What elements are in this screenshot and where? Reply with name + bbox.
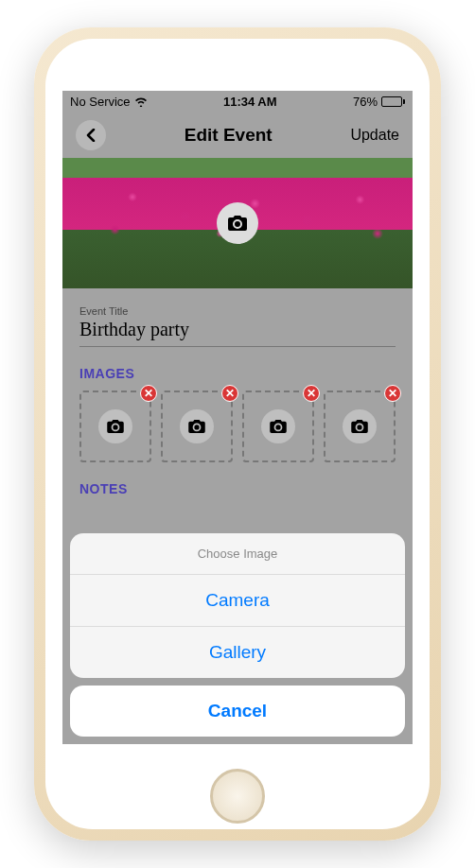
status-time: 11:34 AM: [223, 95, 277, 109]
event-title-label: Event Title: [79, 305, 396, 317]
battery-percent: 76%: [353, 95, 378, 109]
page-title: Edit Event: [185, 125, 273, 146]
event-title-input[interactable]: Birthday party: [79, 319, 396, 347]
notes-section-label: NOTES: [79, 481, 396, 496]
camera-icon: [261, 409, 295, 443]
home-button[interactable]: [210, 769, 265, 824]
camera-icon: [180, 409, 214, 443]
status-bar: No Service 11:34 AM 76%: [62, 91, 413, 113]
cancel-button[interactable]: Cancel: [70, 686, 405, 737]
phone-inner: No Service 11:34 AM 76%: [45, 39, 430, 829]
images-section-label: IMAGES: [79, 366, 396, 381]
remove-image-button[interactable]: ✕: [221, 385, 238, 402]
chevron-left-icon: [85, 129, 97, 142]
update-button[interactable]: Update: [350, 127, 399, 144]
status-left: No Service: [70, 95, 148, 109]
image-slot[interactable]: ✕: [242, 391, 314, 462]
gallery-option[interactable]: Gallery: [70, 626, 405, 678]
screen: No Service 11:34 AM 76%: [62, 91, 413, 744]
camera-icon: [343, 409, 377, 443]
battery-icon: [381, 96, 405, 107]
image-slot[interactable]: ✕: [161, 391, 233, 462]
remove-image-button[interactable]: ✕: [140, 385, 157, 402]
status-right: 76%: [353, 95, 405, 109]
nav-bar: Edit Event Update: [62, 113, 413, 158]
action-sheet-group: Choose Image Camera Gallery: [70, 533, 405, 678]
wifi-icon: [134, 96, 148, 107]
action-sheet: Choose Image Camera Gallery Cancel: [62, 526, 413, 744]
back-button[interactable]: [76, 120, 106, 150]
remove-image-button[interactable]: ✕: [303, 385, 320, 402]
image-slot[interactable]: ✕: [79, 391, 151, 462]
form-section: Event Title Birthday party IMAGES ✕ ✕: [62, 288, 413, 523]
images-row: ✕ ✕ ✕: [79, 391, 396, 462]
camera-icon: [98, 409, 132, 443]
action-sheet-title: Choose Image: [70, 533, 405, 574]
image-slot[interactable]: ✕: [324, 391, 396, 462]
camera-icon: [228, 216, 247, 231]
phone-frame: No Service 11:34 AM 76%: [34, 27, 441, 841]
hero-image: [62, 158, 413, 288]
carrier-text: No Service: [70, 95, 131, 109]
camera-option[interactable]: Camera: [70, 574, 405, 626]
change-hero-image-button[interactable]: [217, 202, 258, 244]
remove-image-button[interactable]: ✕: [384, 385, 401, 402]
